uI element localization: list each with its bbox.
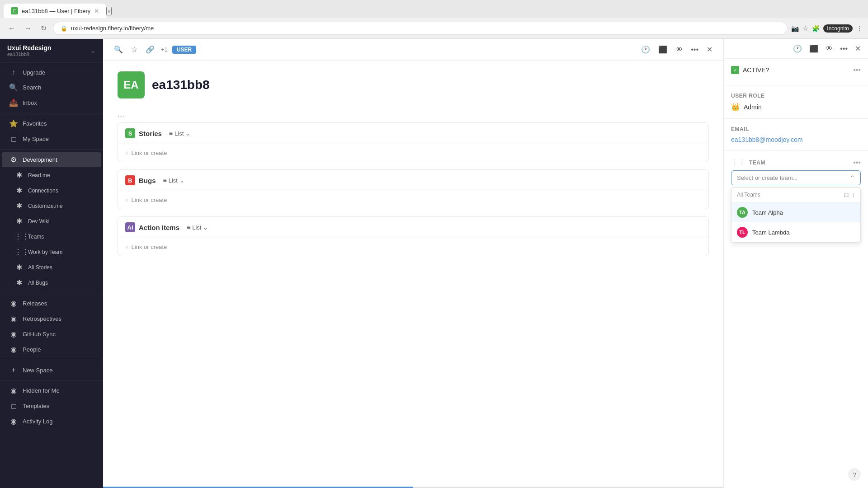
sidebar-item-templates[interactable]: ◻ Templates xyxy=(2,399,101,413)
menu-icon[interactable]: ⋮ xyxy=(856,25,863,32)
sidebar-item-customize[interactable]: ✱ Customize.me xyxy=(2,198,101,213)
workspace-chevron-icon[interactable]: ⌄ xyxy=(90,47,96,54)
action-items-view-chevron: ⌄ xyxy=(203,224,208,231)
sidebar-item-development[interactable]: ⚙ Development xyxy=(2,152,101,167)
sidebar-item-people[interactable]: ◉ People xyxy=(2,342,101,357)
email-field-header: EMAIL xyxy=(731,126,861,132)
sidebar-item-all-stories[interactable]: ✱ All Stories xyxy=(2,260,101,275)
sidebar-item-work-by-team[interactable]: ⋮⋮ Work by Team xyxy=(2,244,101,259)
active-check-icon: ✓ xyxy=(731,66,739,74)
panel-layout-icon[interactable]: ⬛ xyxy=(807,42,820,55)
extensions-icon[interactable]: 🧩 xyxy=(812,25,820,32)
back-button[interactable]: ← xyxy=(5,23,18,34)
sidebar-nav: ↑ Upgrade 🔍 Search 📥 Inbox ⭐ Favorites ◻… xyxy=(0,65,103,429)
close-panel-icon[interactable]: ✕ xyxy=(705,43,714,56)
reload-button[interactable]: ↻ xyxy=(38,22,49,34)
link-toolbar-icon[interactable]: 🔗 xyxy=(144,43,156,56)
bugs-view-selector[interactable]: ≡ List ⌄ xyxy=(163,177,184,184)
sidebar-item-retrospectives[interactable]: ◉ Retrospectives xyxy=(2,311,101,326)
sidebar-item-dev-wiki[interactable]: ✱ Dev Wiki xyxy=(2,214,101,229)
stories-view-label: List xyxy=(175,130,184,137)
star-toolbar-icon[interactable]: ☆ xyxy=(129,43,139,56)
history-icon[interactable]: 🕐 xyxy=(639,43,652,56)
action-items-section: AI Action Items ≡ List ⌄ + Link or creat… xyxy=(118,216,709,256)
tab-close-button[interactable]: ✕ xyxy=(94,8,99,14)
sidebar-item-readme[interactable]: ✱ Read.me xyxy=(2,168,101,183)
sidebar-item-all-bugs[interactable]: ✱ All Bugs xyxy=(2,275,101,290)
crown-icon: 👑 xyxy=(731,103,740,111)
sidebar-item-hidden-for-me[interactable]: ◉ Hidden for Me xyxy=(2,383,101,398)
new-tab-button[interactable]: + xyxy=(106,7,112,15)
action-items-view-selector[interactable]: ≡ List ⌄ xyxy=(187,224,208,231)
favorites-icon: ⭐ xyxy=(9,119,18,128)
search-toolbar-icon[interactable]: 🔍 xyxy=(112,43,125,56)
eye-icon[interactable]: 👁 xyxy=(674,44,684,56)
sidebar-label-hidden-for-me: Hidden for Me xyxy=(23,387,60,394)
sidebar-item-new-space[interactable]: + New Space xyxy=(2,363,101,377)
sidebar-label-new-space: New Space xyxy=(23,367,52,374)
sidebar-divider-3 xyxy=(0,293,103,293)
sidebar-item-search[interactable]: 🔍 Search xyxy=(2,80,101,95)
teams-icon: ⋮⋮ xyxy=(14,232,24,241)
sidebar-label-dev-wiki: Dev Wiki xyxy=(28,218,49,225)
readme-icon: ✱ xyxy=(14,171,24,179)
bugs-section-header: B Bugs ≡ List ⌄ xyxy=(118,170,708,191)
user-ellipsis[interactable]: ... xyxy=(103,106,723,122)
releases-icon: ◉ xyxy=(9,299,18,308)
sidebar-item-teams[interactable]: ⋮⋮ Teams xyxy=(2,229,101,244)
stories-view-chevron: ⌄ xyxy=(185,130,190,137)
panel-close-icon[interactable]: ✕ xyxy=(853,42,863,55)
bookmark-icon[interactable]: ☆ xyxy=(802,25,808,32)
team-filter-icon[interactable]: ⊟ xyxy=(844,191,849,198)
stories-link-or-create[interactable]: + Link or create xyxy=(118,144,708,162)
user-role-section: USER ROLE 👑 Admin xyxy=(724,85,868,119)
sidebar-item-activity-log[interactable]: ◉ Activity Log xyxy=(2,414,101,429)
team-sort-icon[interactable]: ↕ xyxy=(852,191,855,198)
panel-history-icon[interactable]: 🕐 xyxy=(791,42,804,55)
sidebar: Uxui Redesign ea131bb8 ⌄ ↑ Upgrade 🔍 Sea… xyxy=(0,39,103,488)
browser-actions: 📷 ☆ 🧩 Incognito ⋮ xyxy=(791,24,863,33)
user-avatar: EA xyxy=(118,71,145,99)
stories-view-selector[interactable]: ≡ List ⌄ xyxy=(169,130,190,137)
team-item-lambda[interactable]: TL Team Lambda xyxy=(731,222,860,242)
sidebar-item-upgrade[interactable]: ↑ Upgrade xyxy=(2,65,101,80)
team-drag-icon: ⋮⋮ xyxy=(731,158,745,167)
new-space-icon: + xyxy=(9,366,18,374)
team-field-menu-icon[interactable]: ••• xyxy=(853,159,861,167)
sidebar-item-inbox[interactable]: 📥 Inbox xyxy=(2,95,101,110)
help-button[interactable]: ? xyxy=(848,468,861,481)
more-options-icon[interactable]: ••• xyxy=(689,44,700,56)
inbox-icon: 📥 xyxy=(9,99,18,107)
sidebar-item-my-space[interactable]: ◻ My Space xyxy=(2,131,101,146)
address-bar[interactable]: 🔒 uxui-redesign.fibery.io/fibery/me xyxy=(53,22,788,35)
browser-chrome: F ea131bb8 — User | Fibery ✕ + ← → ↻ 🔒 u… xyxy=(0,0,868,39)
action-items-link-or-create[interactable]: + Link or create xyxy=(118,238,708,256)
sidebar-item-github-sync[interactable]: ◉ GitHub Sync xyxy=(2,327,101,342)
active-field-menu-icon[interactable]: ••• xyxy=(853,66,861,74)
customize-icon: ✱ xyxy=(14,202,24,210)
team-select-chevron-icon: ⌃ xyxy=(850,174,855,181)
bugs-link-or-create[interactable]: + Link or create xyxy=(118,191,708,209)
sidebar-item-favorites[interactable]: ⭐ Favorites xyxy=(2,116,101,131)
sidebar-label-people: People xyxy=(23,346,41,353)
connections-icon: ✱ xyxy=(14,186,24,195)
search-icon: 🔍 xyxy=(9,83,18,92)
templates-icon: ◻ xyxy=(9,402,18,410)
panel-more-icon[interactable]: ••• xyxy=(838,43,849,55)
panel-eye-icon[interactable]: 👁 xyxy=(824,43,835,55)
layout-icon[interactable]: ⬛ xyxy=(656,43,669,56)
user-name: ea131bb8 xyxy=(152,78,210,92)
bugs-icon: B xyxy=(125,175,135,185)
forward-button[interactable]: → xyxy=(22,23,34,34)
sidebar-label-search: Search xyxy=(23,84,41,91)
team-select-placeholder: Select or create team... xyxy=(737,174,797,181)
user-role-value: 👑 Admin xyxy=(731,103,861,111)
team-select-input[interactable]: Select or create team... ⌃ xyxy=(731,170,861,185)
sidebar-item-releases[interactable]: ◉ Releases xyxy=(2,296,101,311)
sidebar-item-connections[interactable]: ✱ Connections xyxy=(2,183,101,198)
team-item-alpha[interactable]: TA Team Alpha xyxy=(731,202,860,222)
content-sections: S Stories ≡ List ⌄ + Link or create B xyxy=(103,122,723,487)
sidebar-label-retrospectives: Retrospectives xyxy=(23,315,61,322)
sidebar-label-favorites: Favorites xyxy=(23,120,47,127)
active-tab[interactable]: F ea131bb8 — User | Fibery ✕ xyxy=(4,4,106,18)
